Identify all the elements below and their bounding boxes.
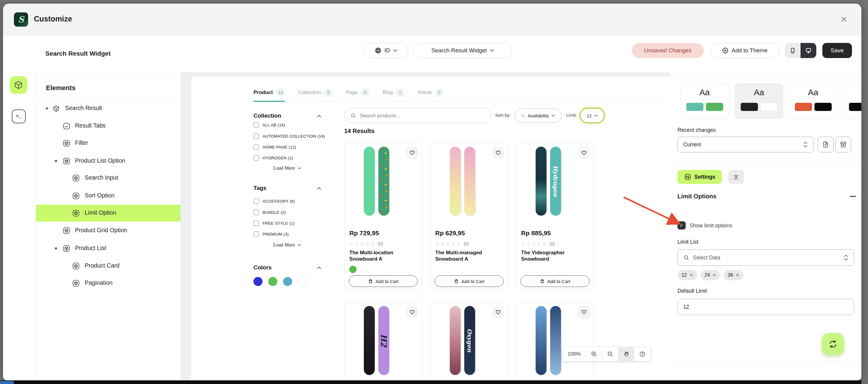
- widget-dropdown[interactable]: Search Result Widget: [413, 43, 512, 58]
- wishlist-button[interactable]: [578, 147, 590, 159]
- filter-tags-header[interactable]: Tags: [253, 185, 321, 191]
- color-swatch-green[interactable]: [268, 277, 277, 286]
- product-card[interactable]: H2: [344, 302, 422, 380]
- product-title[interactable]: The Multi-managed Snowboard A: [435, 250, 497, 262]
- elements-rail-button[interactable]: [10, 76, 27, 94]
- checkbox[interactable]: [253, 155, 259, 161]
- load-more-tags[interactable]: Load More: [253, 242, 321, 248]
- filter-checkbox-row[interactable]: PREMIUM (3): [253, 231, 288, 237]
- checkbox[interactable]: [253, 210, 259, 215]
- product-title[interactable]: The Videographer Snowboard: [521, 250, 583, 262]
- filter-checkbox-row[interactable]: ACCESSORY (8): [253, 198, 295, 204]
- save-button[interactable]: Save: [822, 43, 852, 58]
- theme-style-card-2[interactable]: Aa: [735, 83, 783, 119]
- sidebar-item-product-grid-option[interactable]: Product Grid Option: [36, 222, 181, 239]
- tab-product[interactable]: Product14: [253, 84, 285, 102]
- sidebar-item-limit-option[interactable]: Limit Option: [36, 205, 181, 222]
- filter-checkbox-row[interactable]: AUTOMATED COLLECTION (14): [253, 133, 325, 139]
- close-icon[interactable]: ✕: [837, 12, 851, 27]
- product-card[interactable]: Oxygen: [430, 302, 508, 380]
- checkbox[interactable]: [253, 220, 259, 226]
- default-limit-input[interactable]: [678, 299, 854, 315]
- limit-dropdown-selected[interactable]: 12: [580, 108, 604, 123]
- chip-remove-icon[interactable]: ✕: [736, 273, 740, 278]
- tab-localization[interactable]: 文: [728, 170, 744, 184]
- sidebar-item-result-tabs[interactable]: Result Tabs: [36, 118, 181, 134]
- product-card[interactable]: [516, 302, 594, 380]
- filter-checkbox-row[interactable]: FREE STYLE (1): [253, 220, 294, 226]
- sidebar-item-product-list[interactable]: Product List: [36, 240, 181, 257]
- sidebar-item-sort-option[interactable]: Sort Option: [36, 188, 181, 204]
- pan-hand-button[interactable]: [618, 347, 634, 361]
- checkbox[interactable]: [253, 122, 259, 128]
- filter-collection-header[interactable]: Collection: [253, 113, 321, 119]
- filter-checkbox-row[interactable]: HOME PAGE (12): [253, 144, 296, 150]
- add-to-cart-button[interactable]: Add to Cart: [435, 276, 503, 287]
- filter-checkbox-row[interactable]: HYDROGEN (1): [253, 155, 293, 161]
- checkbox[interactable]: [253, 198, 259, 204]
- tab-settings[interactable]: Settings: [678, 170, 722, 184]
- desktop-view-button[interactable]: [801, 43, 816, 58]
- wishlist-button[interactable]: [492, 306, 504, 318]
- sync-button[interactable]: [822, 333, 844, 355]
- color-swatch-teal[interactable]: [283, 277, 292, 286]
- wishlist-button[interactable]: [406, 147, 418, 159]
- limit-list-select[interactable]: Select Data: [678, 250, 854, 266]
- zoom-out-button[interactable]: [602, 347, 618, 361]
- sidebar-item-product-card[interactable]: Product Card: [36, 258, 181, 275]
- checkbox[interactable]: [253, 133, 259, 139]
- caret-down-icon[interactable]: [45, 108, 49, 110]
- theme-style-card-4[interactable]: Aa: [843, 83, 861, 119]
- add-to-theme-button[interactable]: Add to Theme: [710, 43, 779, 58]
- tab-blog[interactable]: Blog1: [382, 84, 404, 102]
- color-swatch-white[interactable]: [298, 277, 307, 286]
- checkbox[interactable]: [253, 144, 259, 150]
- product-card[interactable]: Hydrogen Rp 885,95 ☆☆☆☆☆(0) The Videogra…: [516, 143, 594, 290]
- sort-dropdown[interactable]: ↑↓ Availability: [515, 108, 562, 123]
- search-input[interactable]: Search products...: [344, 108, 491, 123]
- filter-colors-header[interactable]: Colors: [253, 264, 321, 271]
- checkbox[interactable]: [253, 231, 259, 237]
- filter-checkbox-row[interactable]: ALL AB (14): [253, 122, 285, 128]
- tab-article[interactable]: Article0: [418, 84, 443, 102]
- limit-chip-36[interactable]: 36✕: [724, 270, 743, 280]
- chip-remove-icon[interactable]: ✕: [713, 273, 716, 278]
- sidebar-item-pagination[interactable]: Pagination: [36, 275, 181, 292]
- color-swatch-blue[interactable]: [253, 277, 262, 286]
- wishlist-button[interactable]: [578, 306, 590, 318]
- chip-remove-icon[interactable]: ✕: [689, 273, 693, 278]
- wishlist-button[interactable]: [406, 306, 418, 318]
- sidebar-item-filter[interactable]: Filter: [36, 135, 181, 152]
- limit-chip-12[interactable]: 12✕: [678, 270, 697, 280]
- sidebar-item-search-result[interactable]: Search Result: [36, 100, 181, 117]
- add-to-cart-button[interactable]: Add to Cart: [521, 276, 589, 287]
- zoom-in-button[interactable]: [586, 347, 602, 361]
- collapse-section-icon[interactable]: [850, 196, 856, 197]
- theme-style-card-1[interactable]: Aa: [680, 83, 729, 119]
- help-button[interactable]: [634, 347, 650, 361]
- limit-chip-24[interactable]: 24✕: [701, 270, 720, 280]
- caret-down-icon[interactable]: [55, 248, 58, 250]
- sidebar-item-search-input[interactable]: Search Input: [36, 170, 181, 187]
- locale-dropdown[interactable]: ID: [364, 43, 408, 58]
- wishlist-button[interactable]: [492, 147, 504, 159]
- tab-collection[interactable]: Collection9: [298, 84, 332, 102]
- recent-changes-select[interactable]: Current: [678, 137, 813, 152]
- product-card[interactable]: Rp 729,95 ☆☆☆☆☆(0) The Multi-location Sn…: [344, 143, 422, 290]
- tab-page[interactable]: Page4: [346, 84, 369, 102]
- product-title[interactable]: The Multi-location Snowboard A: [349, 250, 411, 262]
- archive-version-button[interactable]: [835, 137, 851, 152]
- show-limit-checkbox[interactable]: ✓: [678, 221, 686, 229]
- caret-down-icon[interactable]: [55, 160, 58, 162]
- theme-style-card-3[interactable]: Aa: [789, 83, 837, 119]
- add-to-cart-button[interactable]: Add to Cart: [349, 276, 418, 287]
- import-version-button[interactable]: [818, 137, 834, 152]
- product-card[interactable]: Rp 629,95 ☆☆☆☆☆(0) The Multi-managed Sno…: [430, 143, 508, 290]
- filter-checkbox-row[interactable]: BUNDLE (2): [253, 210, 286, 215]
- device-toggle[interactable]: [785, 43, 816, 58]
- variant-swatch-green[interactable]: [349, 266, 356, 273]
- terminal-icon[interactable]: >_: [12, 109, 26, 123]
- sidebar-item-product-list-option[interactable]: Product List Option: [36, 153, 181, 170]
- mobile-view-button[interactable]: [785, 43, 801, 58]
- load-more-collections[interactable]: Load More: [253, 165, 321, 171]
